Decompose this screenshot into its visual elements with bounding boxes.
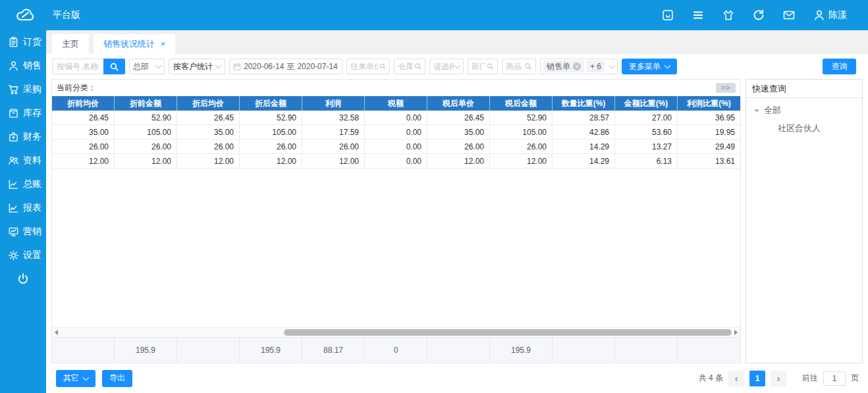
search-icon <box>487 63 494 70</box>
horizontal-scrollbar[interactable] <box>52 327 740 337</box>
column-header[interactable]: 折前均价 <box>52 96 115 111</box>
username: 陈漾 <box>828 9 847 21</box>
quick-query-title: 快速查询 <box>746 80 862 98</box>
query-button[interactable]: 查询 <box>823 59 856 74</box>
tree-caret-icon[interactable] <box>754 109 759 113</box>
clipboard-icon <box>8 36 19 48</box>
more-menu-button[interactable]: 更多菜单 <box>622 59 677 74</box>
doc-type-multiselect[interactable]: 销售单 × + 6 <box>540 59 618 74</box>
line-chart-icon <box>8 178 19 190</box>
search-icon <box>414 63 421 70</box>
chevron-down-icon <box>215 63 222 69</box>
chevron-down-icon <box>155 63 162 69</box>
apps-icon[interactable] <box>722 9 735 22</box>
sidebar-item-dinghuo[interactable]: 订货 <box>0 30 46 54</box>
category-tree: 全部 社区合伙人 <box>746 98 862 134</box>
sidebar-item-caigou[interactable]: 采购 <box>0 78 46 101</box>
report-chart-icon <box>8 202 19 214</box>
search-input[interactable] <box>52 59 103 74</box>
tree-node-all[interactable]: 全部 <box>754 105 862 117</box>
page-unit-label: 页 <box>851 373 859 384</box>
search-button[interactable] <box>103 59 125 74</box>
column-header[interactable]: 利润比重(%) <box>678 96 740 111</box>
cart-icon <box>8 84 19 95</box>
total-count: 共 4 条 <box>699 373 723 384</box>
column-header[interactable]: 金额比重(%) <box>615 96 678 111</box>
column-header[interactable]: 利润 <box>302 96 365 111</box>
sidebar-item-baobiao[interactable]: 报表 <box>0 196 46 220</box>
prev-page-button[interactable]: ‹ <box>728 371 744 386</box>
choose-select[interactable]: 请选择 <box>429 59 464 74</box>
user-menu[interactable]: 陈漾 <box>813 9 847 22</box>
gear-icon <box>8 249 19 261</box>
topbar: 平台版 <box>0 0 868 30</box>
tab-close-icon[interactable]: × <box>161 40 165 48</box>
goods-picker[interactable]: 商品 <box>502 59 536 74</box>
sidebar-item-shezhi[interactable]: 设置 <box>0 244 46 267</box>
scroll-left-arrow[interactable] <box>55 330 58 335</box>
scrollbar-thumb[interactable] <box>284 329 732 336</box>
logout-button[interactable] <box>0 267 46 291</box>
chevron-down-icon <box>609 63 616 69</box>
power-icon <box>16 273 30 286</box>
sidebar-item-ziliao[interactable]: 资料 <box>0 149 46 172</box>
calendar-icon <box>233 63 241 71</box>
table-row[interactable]: 26.0026.0026.0026.0026.000.0026.0026.001… <box>52 140 740 154</box>
summary-row: 195.9195.988.170195.9 <box>52 337 740 363</box>
tab-sales-statistics[interactable]: 销售状况统计 × <box>94 34 175 54</box>
box-icon <box>8 107 19 119</box>
goto-page-input[interactable] <box>823 371 846 386</box>
sidebar-item-yingxiao[interactable]: 营销 <box>0 220 46 244</box>
warehouse-picker[interactable]: 仓库 <box>394 59 425 74</box>
table-body: 26.4552.9026.4552.9032.580.0026.4552.902… <box>52 111 740 327</box>
refresh-icon[interactable] <box>752 9 765 22</box>
app-title: 平台版 <box>53 9 80 21</box>
user-icon <box>813 9 826 22</box>
chevron-down-icon <box>454 63 461 69</box>
category-bar: 当前分类： >> <box>52 80 740 96</box>
topbar-actions: 陈漾 <box>661 9 847 22</box>
mail-icon[interactable] <box>782 9 796 22</box>
search-icon <box>524 63 532 70</box>
expand-columns-button[interactable]: >> <box>716 83 736 93</box>
column-header[interactable]: 折后金额 <box>240 96 302 111</box>
pagination: 共 4 条 ‹ 1 › 前往 页 <box>699 371 859 386</box>
column-header[interactable]: 税后单价 <box>427 96 490 111</box>
column-header[interactable]: 折后均价 <box>177 96 240 111</box>
column-header[interactable]: 税额 <box>365 96 427 111</box>
org-select[interactable]: 总部 <box>129 59 165 74</box>
doc-type-more-tag: + 6 <box>587 61 605 72</box>
tab-home[interactable]: 主页 <box>52 34 89 54</box>
table-row[interactable]: 12.0012.0012.0012.0012.000.0012.0012.001… <box>52 154 740 169</box>
sidebar-item-kucun[interactable]: 库存 <box>0 101 46 125</box>
column-header[interactable]: 税后金额 <box>490 96 553 111</box>
department-picker[interactable]: 部门 <box>468 59 498 74</box>
column-header[interactable]: 折前金额 <box>115 96 177 111</box>
bottom-bar: 其它 导出 共 4 条 ‹ 1 › 前往 页 <box>46 363 868 393</box>
page-1-button[interactable]: 1 <box>749 371 765 386</box>
contacts-icon <box>8 155 19 167</box>
chevron-down-icon <box>665 63 671 69</box>
other-actions-button[interactable]: 其它 <box>56 370 95 387</box>
table-row[interactable]: 26.4552.9026.4552.9032.580.0026.4552.902… <box>52 111 740 125</box>
table-header-row: 折前均价 折前金额 折后均价 折后金额 利润 税额 税后单价 税后金额 数量比重… <box>52 96 740 111</box>
sidebar-item-xiaoshou[interactable]: 销售 <box>0 54 46 78</box>
workbench-icon[interactable] <box>661 9 674 22</box>
date-separator: 至 <box>286 61 294 72</box>
partner-picker[interactable]: 往来单位 <box>346 59 390 74</box>
stat-mode-select[interactable]: 按客户统计 <box>169 59 225 74</box>
column-header[interactable]: 数量比重(%) <box>553 96 615 111</box>
next-page-button[interactable]: › <box>771 371 786 386</box>
menu-icon[interactable] <box>692 9 705 22</box>
scroll-right-arrow[interactable] <box>734 330 738 335</box>
current-category-label: 当前分类： <box>57 82 96 93</box>
search-icon <box>110 63 119 71</box>
tab-bar: 主页 销售状况统计 × <box>46 30 868 54</box>
date-range-picker[interactable]: 2020-06-14至2020-07-14 <box>229 59 342 74</box>
tag-close-icon[interactable]: × <box>573 63 581 70</box>
sidebar-item-caiwu[interactable]: 财务 <box>0 125 46 149</box>
export-button[interactable]: 导出 <box>102 370 132 387</box>
sidebar-item-zongzhang[interactable]: 总账 <box>0 172 46 196</box>
tree-node-child[interactable]: 社区合伙人 <box>754 122 862 134</box>
table-row[interactable]: 35.00105.0035.00105.0017.590.0035.00105.… <box>52 125 740 140</box>
